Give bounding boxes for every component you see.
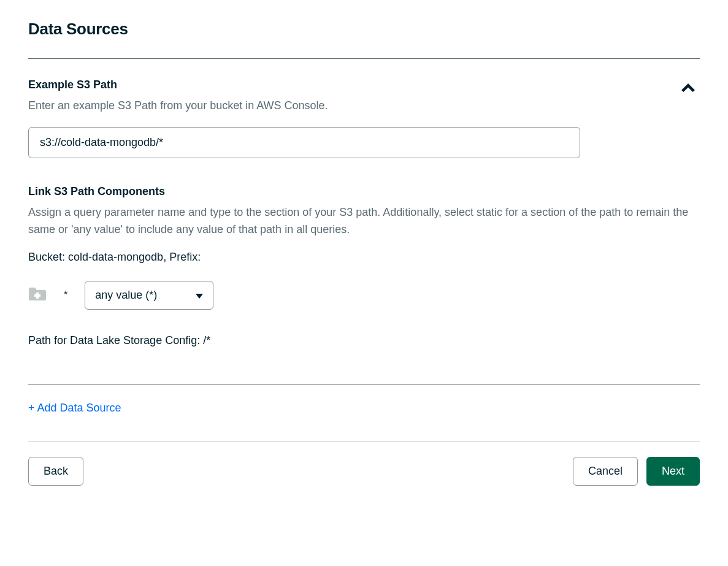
- config-path-label: Path for Data Lake Storage Config: /*: [28, 334, 700, 347]
- example-path-section: Example S3 Path Enter an example S3 Path…: [28, 78, 700, 158]
- chevron-up-icon: [681, 83, 695, 92]
- example-path-heading: Example S3 Path: [28, 78, 580, 91]
- divider-bottom: [28, 442, 700, 442]
- footer-actions: Back Cancel Next: [28, 457, 700, 486]
- cancel-button[interactable]: Cancel: [573, 457, 638, 486]
- link-components-description: Assign a query parameter name and type t…: [28, 204, 700, 239]
- link-components-section: Link S3 Path Components Assign a query p…: [28, 185, 700, 347]
- next-button[interactable]: Next: [646, 457, 700, 486]
- s3-path-input[interactable]: [28, 127, 580, 158]
- dropdown-selected-label: any value (*): [95, 289, 157, 302]
- page-title: Data Sources: [28, 20, 700, 39]
- divider-mid: [28, 384, 700, 384]
- back-button[interactable]: Back: [28, 457, 83, 486]
- svg-rect-1: [34, 294, 40, 297]
- path-component-row: * any value (*): [28, 281, 700, 310]
- path-type-dropdown[interactable]: any value (*): [85, 281, 213, 310]
- link-components-heading: Link S3 Path Components: [28, 185, 700, 198]
- folder-plus-icon: [28, 286, 47, 304]
- caret-down-icon: [196, 289, 203, 302]
- add-data-source-link[interactable]: + Add Data Source: [28, 402, 121, 415]
- path-segment-label: *: [64, 289, 67, 300]
- example-path-description: Enter an example S3 Path from your bucke…: [28, 98, 580, 115]
- divider-top: [28, 58, 700, 59]
- collapse-toggle[interactable]: [676, 78, 700, 99]
- bucket-prefix-line: Bucket: cold-data-mongodb, Prefix:: [28, 251, 700, 264]
